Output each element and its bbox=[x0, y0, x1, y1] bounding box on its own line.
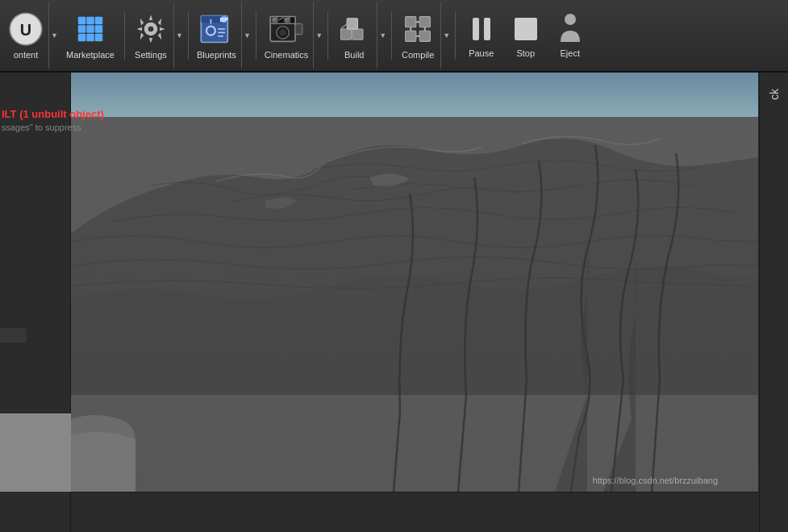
blueprints-dropdown-arrow[interactable]: ▼ bbox=[241, 2, 252, 69]
settings-icon bbox=[133, 11, 169, 47]
unbuilt-message: ILT (1 unbuilt object) bbox=[2, 108, 104, 120]
divider-3 bbox=[256, 11, 256, 60]
build-label: Build bbox=[344, 50, 364, 60]
svg-rect-5 bbox=[78, 25, 86, 33]
svg-rect-2 bbox=[78, 17, 86, 25]
compile-dropdown-arrow[interactable]: ▼ bbox=[440, 2, 452, 69]
eject-icon bbox=[554, 13, 586, 45]
svg-rect-42 bbox=[406, 31, 416, 41]
blueprints-label: Blueprints bbox=[197, 50, 236, 60]
svg-rect-10 bbox=[95, 34, 103, 42]
svg-text:U: U bbox=[20, 21, 31, 39]
divider-1 bbox=[124, 11, 125, 60]
settings-dropdown-arrow[interactable]: ▼ bbox=[173, 2, 185, 69]
svg-rect-43 bbox=[419, 31, 430, 41]
right-panel-label: ck bbox=[768, 89, 781, 100]
content-icon: U bbox=[8, 11, 44, 47]
eject-label: Eject bbox=[561, 48, 580, 58]
cinematics-icon bbox=[269, 11, 304, 47]
content-dropdown-arrow[interactable]: ▼ bbox=[48, 2, 60, 69]
svg-rect-40 bbox=[406, 17, 416, 27]
svg-rect-9 bbox=[86, 34, 94, 42]
eject-button[interactable]: Eject bbox=[548, 2, 592, 69]
divider-2 bbox=[188, 11, 189, 60]
svg-rect-3 bbox=[86, 17, 94, 25]
pause-label: Pause bbox=[469, 48, 494, 58]
cinematics-dropdown-arrow[interactable]: ▼ bbox=[313, 2, 324, 69]
compile-button[interactable]: Compile ▼ bbox=[395, 2, 452, 69]
svg-point-13 bbox=[148, 27, 154, 32]
marketplace-icon bbox=[73, 11, 108, 47]
svg-rect-32 bbox=[295, 23, 302, 34]
build-icon bbox=[336, 11, 372, 47]
svg-rect-28 bbox=[291, 18, 294, 23]
terrain-view bbox=[71, 73, 758, 492]
svg-rect-52 bbox=[71, 117, 758, 492]
svg-rect-7 bbox=[95, 25, 103, 33]
svg-rect-4 bbox=[95, 17, 103, 25]
right-panel: ck bbox=[759, 73, 788, 532]
settings-button[interactable]: Settings ▼ bbox=[128, 2, 185, 69]
marketplace-button[interactable]: Marketplace bbox=[60, 2, 121, 69]
svg-rect-35 bbox=[341, 29, 352, 39]
svg-rect-8 bbox=[78, 34, 86, 42]
svg-text:BP: BP bbox=[220, 16, 229, 23]
blueprints-icon: BP bbox=[198, 11, 234, 47]
cinematics-button[interactable]: Cinematics ▼ bbox=[260, 2, 324, 69]
svg-rect-36 bbox=[352, 29, 363, 39]
main-viewport[interactable]: https://blog.csdn.net/brzzuibang bbox=[71, 73, 758, 492]
divider-4 bbox=[327, 11, 328, 60]
attribution-text: https://blog.csdn.net/brzzuibang bbox=[593, 476, 718, 485]
compile-label: Compile bbox=[402, 50, 434, 60]
viewport-area: ILT (1 unbuilt object) ssages" to suppre… bbox=[0, 73, 788, 532]
watermark-l: L bbox=[0, 234, 31, 363]
blueprints-button[interactable]: BP Blueprints ▼ bbox=[192, 2, 252, 69]
marketplace-label: Marketplace bbox=[66, 50, 115, 60]
svg-rect-6 bbox=[86, 25, 94, 33]
stop-label: Stop bbox=[516, 48, 535, 58]
svg-line-38 bbox=[341, 23, 348, 29]
settings-label: Settings bbox=[135, 50, 167, 60]
svg-rect-41 bbox=[419, 17, 430, 27]
build-dropdown-arrow[interactable]: ▼ bbox=[377, 2, 388, 69]
content-button[interactable]: U ontent ▼ bbox=[3, 2, 60, 69]
pause-button[interactable]: Pause bbox=[459, 2, 503, 69]
suppress-message: ssages" to suppress bbox=[2, 123, 81, 132]
bottom-strip bbox=[71, 492, 758, 532]
bottom-left-panel bbox=[0, 414, 71, 492]
svg-rect-37 bbox=[347, 19, 357, 29]
content-label: ontent bbox=[14, 50, 39, 60]
cinematics-label: Cinematics bbox=[265, 50, 308, 60]
divider-5 bbox=[391, 11, 392, 60]
sky-strip bbox=[71, 73, 758, 117]
pause-icon bbox=[465, 13, 498, 45]
stop-button[interactable]: Stop bbox=[503, 2, 548, 69]
left-panel: ILT (1 unbuilt object) ssages" to suppre… bbox=[0, 73, 71, 532]
divider-6 bbox=[455, 11, 456, 60]
stop-icon bbox=[510, 13, 542, 45]
compile-icon bbox=[400, 11, 436, 47]
main-toolbar: U ontent ▼ Marketplace bbox=[0, 0, 788, 73]
build-button[interactable]: Build ▼ bbox=[331, 2, 388, 69]
svg-point-34 bbox=[279, 29, 286, 36]
svg-point-48 bbox=[565, 14, 576, 25]
